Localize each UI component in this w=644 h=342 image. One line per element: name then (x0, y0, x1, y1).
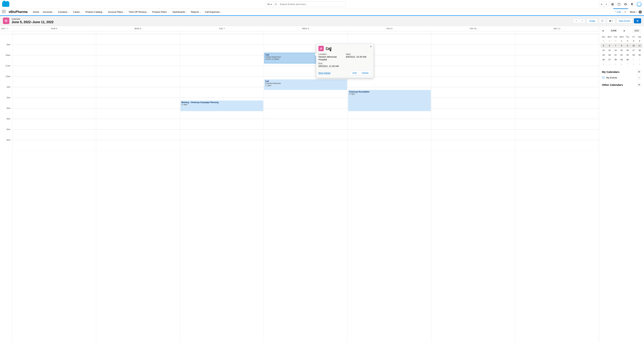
mini-day-cell[interactable]: 14 (612, 48, 618, 53)
mini-day-cell[interactable]: 24 (630, 53, 636, 57)
add-button[interactable] (610, 1, 615, 7)
nav-item-product-catalog[interactable]: Product Catalog⌄ (84, 8, 106, 15)
mini-day-cell[interactable]: 1 (618, 39, 624, 43)
mini-day-cell[interactable]: 12 (600, 48, 606, 53)
edit-button[interactable]: Edit (350, 70, 359, 75)
mini-day-cell[interactable]: 16 (624, 48, 630, 53)
mini-next-month[interactable]: ▶ (624, 29, 625, 32)
chevron-down-icon[interactable]: ⌄ (103, 11, 104, 13)
notifications-button[interactable] (629, 1, 635, 7)
mini-day-cell[interactable]: 9 (624, 43, 630, 48)
mini-day-cell[interactable]: 5 (612, 62, 618, 67)
mini-day-cell[interactable]: 9 (637, 62, 642, 67)
help-button[interactable] (616, 1, 622, 7)
next-week-button[interactable] (579, 19, 585, 23)
my-calendars-settings-button[interactable] (637, 70, 641, 74)
star-icon[interactable]: ★ (599, 2, 604, 7)
view-switcher-button[interactable]: ▾ (607, 18, 615, 23)
tab-call-active[interactable]: * Call ⌄ ✕ (613, 8, 628, 15)
other-calendars-settings-button[interactable] (637, 83, 641, 87)
chevron-down-icon[interactable]: ⌄ (147, 11, 148, 13)
mini-day-cell[interactable]: 7 (624, 62, 630, 67)
nav-item-time-off-territory[interactable]: Time Off Territory⌄ (127, 8, 150, 15)
mini-day-cell[interactable]: 8 (630, 62, 636, 67)
mini-day-cell[interactable]: 4 (606, 62, 612, 67)
mini-day-cell[interactable]: 5 (600, 43, 606, 48)
nav-item-dashboards[interactable]: Dashboards⌄ (171, 8, 189, 15)
mini-day-cell[interactable]: 29 (618, 57, 624, 62)
mini-day-cell[interactable]: 4 (637, 39, 642, 43)
mini-day-cell[interactable]: 30 (606, 39, 612, 43)
today-button[interactable]: Today (587, 18, 598, 23)
mini-day-cell[interactable]: 10 (630, 43, 636, 48)
chevron-down-icon[interactable]: ⌄ (53, 11, 54, 13)
mini-day-cell[interactable]: 15 (618, 48, 624, 53)
mini-day-cell[interactable]: 28 (612, 57, 618, 62)
mini-day-cell[interactable]: 3 (600, 62, 606, 67)
calendar-item-menu-button[interactable]: ▾ (637, 76, 641, 79)
nav-item-call-expenses[interactable]: Call Expenses⌄ (203, 8, 224, 15)
mini-day-cell[interactable]: 6 (606, 43, 612, 48)
mini-day-cell[interactable]: 2 (637, 57, 642, 62)
calendar-color-swatch[interactable] (602, 76, 605, 79)
popover-title-link[interactable]: Call (326, 47, 332, 50)
nav-item-product-plans[interactable]: Product Plans⌄ (150, 8, 171, 15)
refresh-button[interactable] (599, 18, 605, 23)
app-launcher-icon[interactable] (2, 10, 6, 14)
chevron-down-icon[interactable]: ⌄ (200, 11, 201, 13)
mini-day-cell[interactable]: 19 (600, 53, 606, 57)
mini-day-cell[interactable]: 8 (618, 43, 624, 48)
mini-day-cell[interactable]: 11 (637, 43, 642, 48)
nav-item-home[interactable]: Home (31, 8, 41, 15)
more-details-link[interactable]: More Details (318, 72, 330, 74)
day-column[interactable] (515, 31, 599, 342)
day-column[interactable]: Meeting - Cholecap Campaign Planning3–4p… (180, 31, 264, 342)
mini-day-cell[interactable]: 3 (630, 39, 636, 43)
chevron-down-icon[interactable]: ⌄ (68, 11, 70, 13)
chevron-down-icon[interactable]: ⌄ (621, 11, 623, 13)
mini-day-cell[interactable]: 29 (600, 39, 606, 43)
prev-week-button[interactable] (574, 19, 579, 23)
salesforce-logo[interactable] (2, 2, 9, 7)
calendar-event[interactable]: CallChristine Beacher1–2pm (264, 79, 347, 90)
chevron-down-icon[interactable]: ▾ (604, 2, 608, 7)
chevron-down-icon[interactable]: ⌄ (168, 11, 169, 13)
mini-day-cell[interactable]: 18 (637, 48, 642, 53)
delete-button[interactable]: Delete (359, 70, 371, 75)
mini-day-cell[interactable]: 7 (612, 43, 618, 48)
mini-day-cell[interactable]: 20 (606, 53, 612, 57)
mini-day-cell[interactable]: 23 (624, 53, 630, 57)
nav-item-contacts[interactable]: Contacts⌄ (56, 8, 71, 15)
user-avatar[interactable] (636, 1, 642, 7)
mini-day-cell[interactable]: 27 (606, 57, 612, 62)
mini-prev-month[interactable]: ◀ (602, 29, 604, 32)
day-column[interactable] (431, 31, 515, 342)
setup-button[interactable] (623, 1, 628, 7)
calendar-event[interactable]: Meeting - Cholecap Campaign Planning3–4p… (180, 100, 263, 111)
mini-day-cell[interactable]: 31 (612, 39, 618, 43)
mini-day-cell[interactable]: 1 (630, 57, 636, 62)
mini-day-cell[interactable]: 21 (612, 53, 618, 57)
new-event-button[interactable]: New Event (616, 18, 632, 23)
day-column[interactable] (12, 31, 96, 342)
mini-day-cell[interactable]: 25 (637, 53, 642, 57)
nav-item-accounts[interactable]: Accounts⌄ (41, 8, 56, 15)
chevron-down-icon[interactable]: ⌄ (80, 11, 82, 13)
chevron-down-icon[interactable]: ⌄ (220, 11, 222, 13)
mini-day-cell[interactable]: 22 (618, 53, 624, 57)
mini-year-select[interactable]: 2022 (632, 28, 641, 33)
search-scope-dropdown[interactable]: All ▾ (266, 1, 274, 7)
favorites-button[interactable]: ★ ▾ (599, 1, 609, 7)
mini-day-cell[interactable]: 17 (630, 48, 636, 53)
search-input[interactable] (278, 3, 346, 5)
chevron-down-icon[interactable]: ⌄ (186, 11, 187, 13)
nav-item-account-plans[interactable]: Account Plans⌄ (106, 8, 127, 15)
mini-day-cell[interactable]: 13 (606, 48, 612, 53)
close-popover-button[interactable]: ✕ (370, 45, 372, 48)
day-column[interactable] (96, 31, 180, 342)
close-tab-icon[interactable]: ✕ (624, 10, 626, 13)
calendar-event[interactable]: Cholecap Roundtable2–4pm (348, 90, 431, 111)
mini-day-cell[interactable]: 6 (618, 62, 624, 67)
info-bubble-icon[interactable]: i (638, 10, 642, 14)
chevron-down-icon[interactable]: ⌄ (124, 11, 125, 13)
